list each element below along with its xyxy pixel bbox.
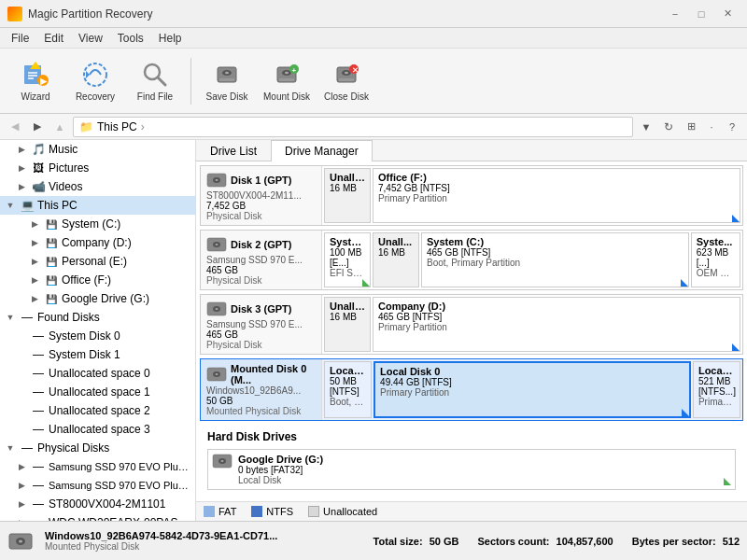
sidebar-item-unallocated-3[interactable]: — Unallocated space 3 bbox=[0, 420, 195, 439]
sidebar-item-system-c[interactable]: ▶ 💾 System (C:) bbox=[0, 215, 195, 233]
address-path[interactable]: 📁 This PC › bbox=[73, 117, 633, 137]
help-button[interactable]: ? bbox=[723, 118, 741, 136]
app-title: Magic Partition Recovery bbox=[28, 7, 663, 21]
menu-edit[interactable]: Edit bbox=[36, 30, 71, 47]
hdd-item-size: 0 bytes [FAT32] bbox=[238, 465, 722, 475]
tab-drive-list[interactable]: Drive List bbox=[196, 140, 271, 161]
sidebar-item-found-disks[interactable]: ▼ — Found Disks bbox=[0, 308, 195, 327]
disk-model: ST8000VX004-2M11... bbox=[206, 190, 316, 201]
menu-tools[interactable]: Tools bbox=[110, 30, 151, 47]
sidebar-item-label: Videos bbox=[49, 180, 82, 193]
partition[interactable]: Office (F:) 7,452 GB [NTFS] Primary Part… bbox=[373, 168, 740, 223]
close-button[interactable]: ✕ bbox=[715, 5, 740, 23]
bytes-per-sector-label: Bytes per sector: bbox=[632, 536, 716, 547]
sidebar-item-label: ST8000VX004-2M1101 bbox=[49, 497, 165, 511]
partition[interactable]: Unall... 16 MB bbox=[373, 232, 419, 287]
sidebar-item-office-f[interactable]: ▶ 💾 Office (F:) bbox=[0, 271, 195, 289]
hdd-item-google-drive[interactable]: Google Drive (G:) 0 bytes [FAT32] Local … bbox=[207, 449, 736, 490]
svg-point-35 bbox=[216, 308, 218, 310]
disk-row-3[interactable]: Disk 3 (GPT) Samsung SSD 970 E... 465 GB… bbox=[200, 294, 743, 355]
expand-icon: ▶ bbox=[15, 462, 28, 471]
partition[interactable]: Company (D:) 465 GB [NTFS] Primary Parti… bbox=[373, 297, 740, 352]
path-text: This PC bbox=[97, 120, 137, 133]
sectors-value: 104,857,600 bbox=[557, 536, 613, 547]
legend-ntfs: NTFS bbox=[251, 506, 293, 517]
sidebar-item-videos[interactable]: ▶ 📹 Videos bbox=[0, 177, 195, 196]
menu-view[interactable]: View bbox=[71, 30, 110, 47]
expand-icon: ▶ bbox=[15, 481, 28, 490]
partition[interactable]: Unallocated space 16 MB bbox=[324, 168, 371, 223]
menu-file[interactable]: File bbox=[4, 30, 36, 47]
refresh-button[interactable]: ↻ bbox=[659, 118, 678, 136]
up-button[interactable]: ▲ bbox=[50, 118, 69, 136]
expand-icon: ▼ bbox=[4, 313, 17, 322]
sidebar-item-company-d[interactable]: ▶ 💾 Company (D:) bbox=[0, 233, 195, 252]
partition-local-disk-0[interactable]: Local Disk 0 49.44 GB [NTFS] Primary Par… bbox=[374, 361, 691, 418]
sidebar-item-music[interactable]: ▶ 🎵 Music bbox=[0, 140, 195, 159]
drive-icon: 💾 bbox=[44, 291, 59, 306]
view-options: ⊞ · ? bbox=[682, 118, 741, 136]
sidebar-item-label: Found Disks bbox=[37, 311, 100, 324]
toolbar-separator bbox=[190, 58, 191, 105]
legend-ntfs-label: NTFS bbox=[266, 506, 293, 517]
hdd-item-arrow bbox=[724, 478, 731, 485]
svg-point-29 bbox=[216, 179, 218, 181]
svg-text:✕: ✕ bbox=[352, 66, 359, 75]
music-icon: 🎵 bbox=[31, 142, 46, 157]
tab-drive-manager[interactable]: Drive Manager bbox=[271, 140, 373, 161]
sidebar-item-unallocated-2[interactable]: — Unallocated space 2 bbox=[0, 401, 195, 420]
disk-row-1[interactable]: Disk 1 (GPT) ST8000VX004-2M11... 7,452 G… bbox=[200, 165, 743, 226]
partition[interactable]: Local Disk 521 MB [NTFS...] Primary Part… bbox=[693, 361, 740, 418]
mount-disk-button[interactable]: + Mount Disk bbox=[259, 53, 315, 109]
save-disk-button[interactable]: Save Disk bbox=[199, 53, 255, 109]
disk-row-2[interactable]: Disk 2 (GPT) Samsung SSD 970 E... 465 GB… bbox=[200, 230, 743, 290]
path-separator: › bbox=[141, 120, 145, 133]
expand-icon: ▶ bbox=[28, 275, 41, 285]
sidebar-item-unallocated-0[interactable]: — Unallocated space 0 bbox=[0, 364, 195, 383]
recovery-button[interactable]: Recovery bbox=[67, 53, 123, 109]
sidebar-item-system-disk-1[interactable]: — System Disk 1 bbox=[0, 345, 195, 364]
sidebar-item-label: Office (F:) bbox=[62, 273, 111, 287]
drive-icon: 💾 bbox=[44, 235, 59, 250]
hdd-section-title: Hard Disk Drives bbox=[207, 430, 736, 443]
partition[interactable]: Syste... 100 MB [E...] EFI Syste... bbox=[324, 232, 371, 287]
view-icon[interactable]: ⊞ bbox=[682, 118, 700, 136]
forward-button[interactable]: ▶ bbox=[28, 118, 47, 136]
svg-point-32 bbox=[216, 244, 218, 245]
sidebar-item-this-pc[interactable]: ▼ 💻 This PC bbox=[0, 196, 195, 215]
menu-help[interactable]: Help bbox=[151, 30, 190, 47]
partition[interactable]: Local Disk 50 MB [NTFS] Boot, Primary... bbox=[324, 361, 372, 418]
sidebar-item-st8000[interactable]: ▶ — ST8000VX004-2M1101 bbox=[0, 495, 195, 513]
wizard-label: Wizard bbox=[21, 91, 49, 102]
minimize-button[interactable]: − bbox=[663, 5, 687, 23]
sidebar-item-system-disk-0[interactable]: — System Disk 0 bbox=[0, 327, 195, 345]
back-button[interactable]: ◀ bbox=[6, 118, 24, 136]
sidebar-item-pictures[interactable]: ▶ 🖼 Pictures bbox=[0, 159, 195, 177]
app-icon bbox=[7, 7, 22, 21]
maximize-button[interactable]: □ bbox=[689, 5, 713, 23]
partition[interactable]: System (C:) 465 GB [NTFS] Boot, Primary … bbox=[421, 232, 689, 287]
sidebar-item-physical-disks[interactable]: ▼ — Physical Disks bbox=[0, 439, 195, 457]
sidebar-item-google-drive[interactable]: ▶ 💾 Google Drive (G:) bbox=[0, 289, 195, 308]
legend-unallocated: Unallocated bbox=[308, 506, 377, 517]
this-pc-icon: 💻 bbox=[20, 198, 35, 213]
hdd-disk-icon bbox=[212, 454, 233, 471]
sidebar-item-samsung-1[interactable]: ▶ — Samsung SSD 970 EVO Plus 500GB bbox=[0, 457, 195, 476]
disk-type: Physical Disk bbox=[206, 211, 316, 221]
sidebar-item-samsung-2[interactable]: ▶ — Samsung SSD 970 EVO Plus 500GB bbox=[0, 476, 195, 495]
sidebar-item-label: System (C:) bbox=[62, 217, 120, 231]
sidebar-item-unallocated-1[interactable]: — Unallocated space 1 bbox=[0, 383, 195, 401]
disk-info-1: Disk 1 (GPT) ST8000VX004-2M11... 7,452 G… bbox=[201, 166, 322, 225]
close-disk-button[interactable]: ✕ Close Disk bbox=[318, 53, 374, 109]
disk-row-mounted[interactable]: Mounted Disk 0 (M... Windows10_92B6A9...… bbox=[200, 358, 743, 421]
dropdown-button[interactable]: ▼ bbox=[637, 118, 655, 136]
section-icon: — bbox=[20, 441, 35, 455]
sidebar-item-personal-e[interactable]: ▶ 💾 Personal (E:) bbox=[0, 252, 195, 271]
sectors-label: Sectors count: bbox=[477, 536, 549, 547]
find-file-button[interactable]: Find File bbox=[127, 53, 183, 109]
partition[interactable]: Syste... 623 MB [...] OEM Part... bbox=[691, 232, 740, 287]
sidebar: ▶ 🎵 Music ▶ 🖼 Pictures ▶ 📹 Videos ▼ 💻 Th… bbox=[0, 140, 196, 521]
partition[interactable]: Unallocated space 16 MB bbox=[324, 297, 371, 352]
sidebar-item-wdc[interactable]: ▶ — WDC WD20EARX-00PASB0 bbox=[0, 513, 195, 521]
wizard-button[interactable]: ▶ Wizard bbox=[7, 53, 63, 109]
